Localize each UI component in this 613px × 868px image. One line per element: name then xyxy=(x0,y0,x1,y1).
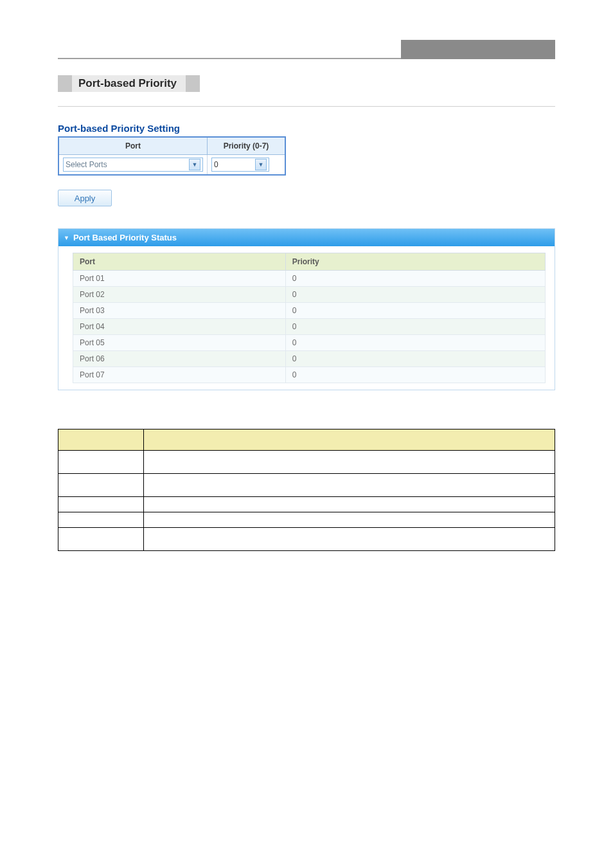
table-row-priority: 0 xyxy=(285,367,545,383)
desc-header-1 xyxy=(58,429,144,451)
status-panel-header[interactable]: ▼ Port Based Priority Status xyxy=(58,229,555,246)
table-row-priority: 0 xyxy=(285,287,545,303)
table-row-port: Port 01 xyxy=(73,271,286,287)
title-right-bar xyxy=(186,75,200,92)
table-row-port: Port 06 xyxy=(73,351,286,367)
desc-header-2 xyxy=(144,429,555,451)
desc-cell xyxy=(58,474,144,497)
table-row-priority: 0 xyxy=(285,303,545,319)
title-underline xyxy=(58,106,555,107)
table-row-port: Port 02 xyxy=(73,287,286,303)
port-select-value: Select Ports xyxy=(66,160,107,169)
setting-heading: Port-based Priority Setting xyxy=(58,123,555,134)
chevron-down-icon: ▼ xyxy=(255,159,267,170)
desc-cell xyxy=(144,474,555,497)
chevron-down-icon: ▼ xyxy=(189,159,200,170)
table-row-priority: 0 xyxy=(285,271,545,287)
setting-priority-header: Priority (0-7) xyxy=(208,137,286,155)
table-row-priority: 0 xyxy=(285,319,545,335)
port-select[interactable]: Select Ports ▼ xyxy=(63,158,203,172)
status-panel: ▼ Port Based Priority Status Port Priori… xyxy=(58,228,555,390)
top-gray-bar xyxy=(401,40,555,59)
table-row-port: Port 04 xyxy=(73,319,286,335)
desc-cell xyxy=(58,497,144,512)
chevron-down-icon: ▼ xyxy=(64,235,69,241)
status-port-header: Port xyxy=(73,253,286,271)
desc-cell xyxy=(58,528,144,551)
table-row-port: Port 07 xyxy=(73,367,286,383)
status-priority-header: Priority xyxy=(285,253,545,271)
desc-cell xyxy=(144,451,555,474)
status-table: Port Priority Port 010Port 020Port 030Po… xyxy=(73,253,546,383)
priority-select[interactable]: 0 ▼ xyxy=(211,158,269,172)
table-row-port: Port 05 xyxy=(73,335,286,351)
setting-table: Port Priority (0-7) Select Ports ▼ 0 ▼ xyxy=(58,136,286,176)
status-panel-title: Port Based Priority Status xyxy=(73,233,177,242)
description-table xyxy=(58,429,555,551)
page-title-text: Port-based Priority xyxy=(72,75,186,92)
desc-cell xyxy=(144,512,555,528)
title-left-bar xyxy=(58,75,72,92)
setting-port-header: Port xyxy=(58,137,208,155)
table-row-priority: 0 xyxy=(285,351,545,367)
table-row-port: Port 03 xyxy=(73,303,286,319)
table-row-priority: 0 xyxy=(285,335,545,351)
apply-button[interactable]: Apply xyxy=(58,190,112,206)
desc-cell xyxy=(144,528,555,551)
apply-button-label: Apply xyxy=(75,194,96,203)
desc-cell xyxy=(58,451,144,474)
priority-select-value: 0 xyxy=(214,160,218,169)
desc-cell xyxy=(144,497,555,512)
page-title: Port-based Priority xyxy=(58,75,200,92)
desc-cell xyxy=(58,512,144,528)
